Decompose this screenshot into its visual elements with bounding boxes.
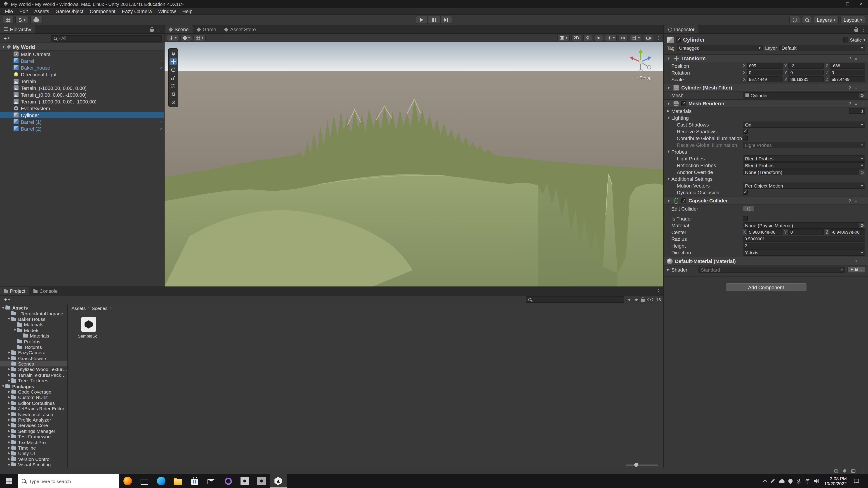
foldout-icon[interactable] [13,329,17,332]
layout-dropdown[interactable]: Layout ▾ [840,16,865,24]
start-button[interactable] [0,474,18,488]
hierarchy-item[interactable]: Main Camera › [0,51,164,57]
tool-handle-rotation-dropdown[interactable]: ▾ [180,35,192,41]
wifi-icon[interactable] [805,479,811,484]
mesh-filter-header[interactable]: ▼ Cylinder (Mesh Filter) ? ≡ ⋮ [664,84,868,92]
taskbar-app-button[interactable] [136,474,153,488]
direction-dropdown[interactable]: Y-Axis [743,249,865,256]
hierarchy-item[interactable]: Barrel (1) › [0,119,164,125]
help-icon[interactable]: ? [855,259,857,264]
taskbar-app-button[interactable] [153,474,169,488]
kebab-menu-icon[interactable]: ⋮ [861,259,865,264]
object-picker-icon[interactable]: ⊙ [859,169,865,175]
foldout-icon[interactable] [7,452,11,455]
foldout-icon[interactable] [7,429,11,433]
project-search-input[interactable] [526,296,624,303]
foldout-icon[interactable] [7,424,11,427]
lock-icon[interactable] [150,29,154,31]
mesh-renderer-header[interactable]: ▼ Mesh Renderer ? ≡ ⋮ [664,99,868,107]
rotation-y-field[interactable]: 0 [789,70,824,75]
lock-icon[interactable] [855,29,858,31]
security-shield-icon[interactable] [788,478,793,484]
static-checkbox[interactable] [843,37,848,42]
active-checkbox[interactable] [676,37,681,42]
shader-dropdown[interactable]: Standard [699,266,845,273]
taskbar-app-button[interactable] [270,474,287,488]
volume-icon[interactable] [814,479,819,484]
folder-row[interactable]: Test Framework [0,434,67,440]
center-y-field[interactable]: 0 [789,229,824,235]
kebab-menu-icon[interactable]: ⋮ [861,198,865,203]
folder-row[interactable]: Visual Scripting [0,462,67,467]
menu-item[interactable]: Edit [16,7,31,15]
radius-field[interactable]: 0.5000001 [743,236,865,242]
layer-dropdown[interactable]: Default [779,44,865,51]
lighting-foldout-row[interactable]: ▼ Lighting [664,114,868,121]
position-x-field[interactable]: 695 [747,63,782,69]
foldout-open-icon[interactable]: ▼ [667,150,671,154]
account-button[interactable]: S ▾ [16,16,29,24]
taskbar-app-button[interactable] [237,474,253,488]
menu-item[interactable]: Component [87,7,119,15]
component-enabled-checkbox[interactable] [681,198,686,203]
kebab-menu-icon[interactable]: ⋮ [861,468,865,474]
foldout-icon[interactable] [7,318,11,321]
foldout-icon[interactable] [7,379,11,383]
minimize-button[interactable]: – [827,0,841,8]
hierarchy-item[interactable]: EventSystem › [0,105,164,111]
custom-tool-button[interactable] [169,98,177,106]
foldout-icon[interactable] [7,396,11,399]
console-icon[interactable] [851,468,856,474]
scene-viewport[interactable]: ◅ Persp [164,42,663,287]
foldout-icon[interactable] [7,367,11,371]
kebab-menu-icon[interactable]: ⋮ [861,85,865,90]
rect-tool-button[interactable] [169,82,177,90]
hidden-packages-icon[interactable] [647,298,653,301]
folder-row[interactable]: JetBrains Rider Editor [0,406,67,412]
folder-row[interactable]: Baker House [0,316,67,322]
view-tab[interactable]: Scene [164,25,193,33]
folder-row[interactable]: Editor Coroutines [0,400,67,406]
menu-item[interactable]: Help [179,7,195,15]
foldout-icon[interactable] [7,418,11,422]
foldout-open-icon[interactable]: ▼ [667,56,671,60]
capsule-collider-header[interactable]: ▼ Capsule Collider ? ≡ ⋮ [664,197,868,205]
probes-foldout-row[interactable]: ▼ Probes [664,148,868,155]
cast-shadows-dropdown[interactable]: On [743,121,865,128]
effects-dropdown[interactable]: ▾ [605,35,617,41]
grid-visibility-dropdown[interactable]: ▾ [630,35,642,41]
anchor-override-field[interactable]: None (Transform) ⊙ [743,169,865,175]
taskbar-app-button[interactable] [253,474,270,488]
scene-orientation-gizmo[interactable] [626,47,655,76]
bluetooth-icon[interactable] [796,478,802,484]
hierarchy-item[interactable]: Cylinder › [0,111,164,119]
search-button[interactable] [802,16,812,24]
hierarchy-item[interactable]: Terrain › [0,78,164,85]
view-tab[interactable]: Game [193,25,220,33]
foldout-open-icon[interactable]: ▼ [667,177,671,181]
close-button[interactable]: × [855,0,868,8]
grid-snapping-dropdown[interactable]: ▾ [193,35,206,41]
pause-button[interactable] [428,16,440,24]
material-header[interactable]: Default-Material (Material) ? ⋮ [664,257,868,266]
presets-icon[interactable]: ≡ [855,101,857,106]
presets-icon[interactable]: ≡ [855,56,857,61]
folder-row[interactable]: Tree_Textures [0,378,67,383]
folder-row[interactable]: GrassFlowers [0,355,67,361]
create-asset-button[interactable]: + ▾ [2,296,12,303]
foldout-icon[interactable] [1,306,5,309]
rotation-z-field[interactable]: 0 [830,70,865,75]
scale-x-field[interactable]: 557.4449 [747,76,782,82]
foldout-closed-icon[interactable]: ▶ [667,109,671,113]
help-icon[interactable]: ? [848,85,851,90]
physic-material-field[interactable]: None (Physic Material) ⊙ [743,222,865,228]
scene-lighting-toggle[interactable] [583,35,592,41]
receive-shadows-checkbox[interactable] [743,129,748,134]
help-icon[interactable]: ? [848,198,851,203]
taskbar-app-button[interactable] [169,474,186,488]
foldout-icon[interactable] [7,390,11,394]
2d-toggle-button[interactable]: 2D [571,35,581,41]
foldout-icon[interactable] [7,351,11,355]
layers-dropdown[interactable]: Layers ▾ [814,16,839,24]
folder-row[interactable]: Scenes [0,361,67,367]
